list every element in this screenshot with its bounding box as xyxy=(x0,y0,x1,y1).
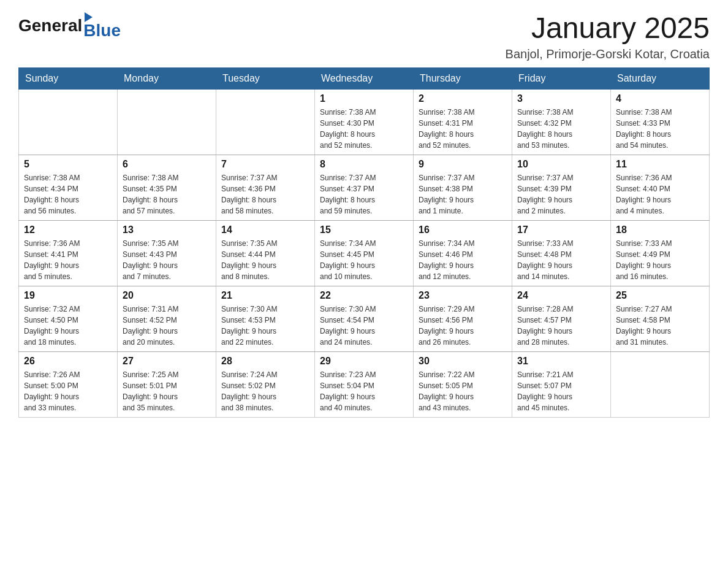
calendar-cell: 22Sunrise: 7:30 AM Sunset: 4:54 PM Dayli… xyxy=(315,286,414,351)
calendar-cell: 14Sunrise: 7:35 AM Sunset: 4:44 PM Dayli… xyxy=(216,220,315,286)
day-info: Sunrise: 7:36 AM Sunset: 4:41 PM Dayligh… xyxy=(24,238,112,282)
calendar-week-row: 5Sunrise: 7:38 AM Sunset: 4:34 PM Daylig… xyxy=(19,155,710,220)
day-info: Sunrise: 7:28 AM Sunset: 4:57 PM Dayligh… xyxy=(517,304,605,348)
day-number: 8 xyxy=(320,159,408,170)
day-info: Sunrise: 7:30 AM Sunset: 4:54 PM Dayligh… xyxy=(320,304,408,348)
calendar-week-row: 12Sunrise: 7:36 AM Sunset: 4:41 PM Dayli… xyxy=(19,220,710,286)
weekday-header-row: SundayMondayTuesdayWednesdayThursdayFrid… xyxy=(19,67,710,89)
calendar-cell: 11Sunrise: 7:36 AM Sunset: 4:40 PM Dayli… xyxy=(611,155,710,220)
day-number: 4 xyxy=(616,93,704,104)
calendar-cell: 16Sunrise: 7:34 AM Sunset: 4:46 PM Dayli… xyxy=(414,220,512,286)
page-header: General Blue January 2025 Banjol, Primor… xyxy=(18,12,710,61)
day-info: Sunrise: 7:38 AM Sunset: 4:32 PM Dayligh… xyxy=(517,107,605,151)
day-number: 6 xyxy=(123,159,211,170)
day-info: Sunrise: 7:38 AM Sunset: 4:30 PM Dayligh… xyxy=(320,107,408,151)
calendar-cell: 5Sunrise: 7:38 AM Sunset: 4:34 PM Daylig… xyxy=(19,155,118,220)
day-number: 12 xyxy=(24,224,112,236)
day-number: 17 xyxy=(517,224,605,236)
day-number: 18 xyxy=(616,224,704,236)
calendar-cell xyxy=(216,89,315,155)
calendar-cell: 2Sunrise: 7:38 AM Sunset: 4:31 PM Daylig… xyxy=(414,89,512,155)
day-number: 16 xyxy=(419,224,507,236)
calendar-cell: 7Sunrise: 7:37 AM Sunset: 4:36 PM Daylig… xyxy=(216,155,315,220)
day-info: Sunrise: 7:34 AM Sunset: 4:45 PM Dayligh… xyxy=(320,238,408,282)
day-number: 20 xyxy=(123,290,211,301)
day-info: Sunrise: 7:37 AM Sunset: 4:36 PM Dayligh… xyxy=(221,172,309,216)
day-number: 15 xyxy=(320,224,408,236)
day-number: 21 xyxy=(221,290,309,301)
day-info: Sunrise: 7:33 AM Sunset: 4:49 PM Dayligh… xyxy=(616,238,704,282)
calendar-table: SundayMondayTuesdayWednesdayThursdayFrid… xyxy=(18,67,710,418)
calendar-title: January 2025 xyxy=(506,12,710,45)
calendar-cell: 26Sunrise: 7:26 AM Sunset: 5:00 PM Dayli… xyxy=(19,351,118,417)
calendar-week-row: 19Sunrise: 7:32 AM Sunset: 4:50 PM Dayli… xyxy=(19,286,710,351)
day-number: 30 xyxy=(419,356,507,367)
day-number: 14 xyxy=(221,224,309,236)
calendar-cell: 31Sunrise: 7:21 AM Sunset: 5:07 PM Dayli… xyxy=(512,351,611,417)
calendar-cell: 20Sunrise: 7:31 AM Sunset: 4:52 PM Dayli… xyxy=(118,286,216,351)
day-number: 7 xyxy=(221,159,309,170)
calendar-week-row: 1Sunrise: 7:38 AM Sunset: 4:30 PM Daylig… xyxy=(19,89,710,155)
day-info: Sunrise: 7:33 AM Sunset: 4:48 PM Dayligh… xyxy=(517,238,605,282)
day-number: 11 xyxy=(616,159,704,170)
day-info: Sunrise: 7:35 AM Sunset: 4:43 PM Dayligh… xyxy=(123,238,211,282)
calendar-week-row: 26Sunrise: 7:26 AM Sunset: 5:00 PM Dayli… xyxy=(19,351,710,417)
day-number: 2 xyxy=(419,93,507,104)
title-section: January 2025 Banjol, Primorje-Gorski Kot… xyxy=(506,12,710,61)
calendar-cell xyxy=(611,351,710,417)
day-info: Sunrise: 7:27 AM Sunset: 4:58 PM Dayligh… xyxy=(616,304,704,348)
calendar-cell: 23Sunrise: 7:29 AM Sunset: 4:56 PM Dayli… xyxy=(414,286,512,351)
calendar-cell: 30Sunrise: 7:22 AM Sunset: 5:05 PM Dayli… xyxy=(414,351,512,417)
calendar-cell: 8Sunrise: 7:37 AM Sunset: 4:37 PM Daylig… xyxy=(315,155,414,220)
calendar-cell: 1Sunrise: 7:38 AM Sunset: 4:30 PM Daylig… xyxy=(315,89,414,155)
day-number: 29 xyxy=(320,356,408,367)
day-info: Sunrise: 7:34 AM Sunset: 4:46 PM Dayligh… xyxy=(419,238,507,282)
day-number: 26 xyxy=(24,356,112,367)
day-info: Sunrise: 7:22 AM Sunset: 5:05 PM Dayligh… xyxy=(419,369,507,413)
day-info: Sunrise: 7:26 AM Sunset: 5:00 PM Dayligh… xyxy=(24,369,112,413)
weekday-header-thursday: Thursday xyxy=(414,67,512,89)
day-number: 3 xyxy=(517,93,605,104)
day-info: Sunrise: 7:30 AM Sunset: 4:53 PM Dayligh… xyxy=(221,304,309,348)
calendar-cell xyxy=(118,89,216,155)
day-info: Sunrise: 7:23 AM Sunset: 5:04 PM Dayligh… xyxy=(320,369,408,413)
day-number: 13 xyxy=(123,224,211,236)
logo-blue-part: Blue xyxy=(83,12,121,39)
calendar-cell: 15Sunrise: 7:34 AM Sunset: 4:45 PM Dayli… xyxy=(315,220,414,286)
day-number: 31 xyxy=(517,356,605,367)
day-number: 24 xyxy=(517,290,605,301)
calendar-cell: 25Sunrise: 7:27 AM Sunset: 4:58 PM Dayli… xyxy=(611,286,710,351)
day-info: Sunrise: 7:38 AM Sunset: 4:31 PM Dayligh… xyxy=(419,107,507,151)
calendar-cell: 19Sunrise: 7:32 AM Sunset: 4:50 PM Dayli… xyxy=(19,286,118,351)
day-number: 25 xyxy=(616,290,704,301)
weekday-header-friday: Friday xyxy=(512,67,611,89)
calendar-cell: 9Sunrise: 7:37 AM Sunset: 4:38 PM Daylig… xyxy=(414,155,512,220)
day-info: Sunrise: 7:37 AM Sunset: 4:37 PM Dayligh… xyxy=(320,172,408,216)
day-number: 28 xyxy=(221,356,309,367)
weekday-header-sunday: Sunday xyxy=(19,67,118,89)
day-info: Sunrise: 7:38 AM Sunset: 4:33 PM Dayligh… xyxy=(616,107,704,151)
weekday-header-monday: Monday xyxy=(118,67,216,89)
day-info: Sunrise: 7:21 AM Sunset: 5:07 PM Dayligh… xyxy=(517,369,605,413)
logo: General Blue xyxy=(18,12,121,39)
calendar-cell: 12Sunrise: 7:36 AM Sunset: 4:41 PM Dayli… xyxy=(19,220,118,286)
day-info: Sunrise: 7:29 AM Sunset: 4:56 PM Dayligh… xyxy=(419,304,507,348)
calendar-cell: 17Sunrise: 7:33 AM Sunset: 4:48 PM Dayli… xyxy=(512,220,611,286)
day-info: Sunrise: 7:38 AM Sunset: 4:34 PM Dayligh… xyxy=(24,172,112,216)
day-number: 23 xyxy=(419,290,507,301)
day-info: Sunrise: 7:25 AM Sunset: 5:01 PM Dayligh… xyxy=(123,369,211,413)
day-info: Sunrise: 7:35 AM Sunset: 4:44 PM Dayligh… xyxy=(221,238,309,282)
weekday-header-tuesday: Tuesday xyxy=(216,67,315,89)
calendar-cell: 6Sunrise: 7:38 AM Sunset: 4:35 PM Daylig… xyxy=(118,155,216,220)
day-number: 1 xyxy=(320,93,408,104)
day-number: 5 xyxy=(24,159,112,170)
day-info: Sunrise: 7:37 AM Sunset: 4:38 PM Dayligh… xyxy=(419,172,507,216)
day-info: Sunrise: 7:36 AM Sunset: 4:40 PM Dayligh… xyxy=(616,172,704,216)
calendar-cell: 13Sunrise: 7:35 AM Sunset: 4:43 PM Dayli… xyxy=(118,220,216,286)
day-info: Sunrise: 7:37 AM Sunset: 4:39 PM Dayligh… xyxy=(517,172,605,216)
day-info: Sunrise: 7:38 AM Sunset: 4:35 PM Dayligh… xyxy=(123,172,211,216)
calendar-cell: 10Sunrise: 7:37 AM Sunset: 4:39 PM Dayli… xyxy=(512,155,611,220)
calendar-cell: 3Sunrise: 7:38 AM Sunset: 4:32 PM Daylig… xyxy=(512,89,611,155)
logo-general-text: General xyxy=(18,16,82,36)
calendar-cell: 27Sunrise: 7:25 AM Sunset: 5:01 PM Dayli… xyxy=(118,351,216,417)
